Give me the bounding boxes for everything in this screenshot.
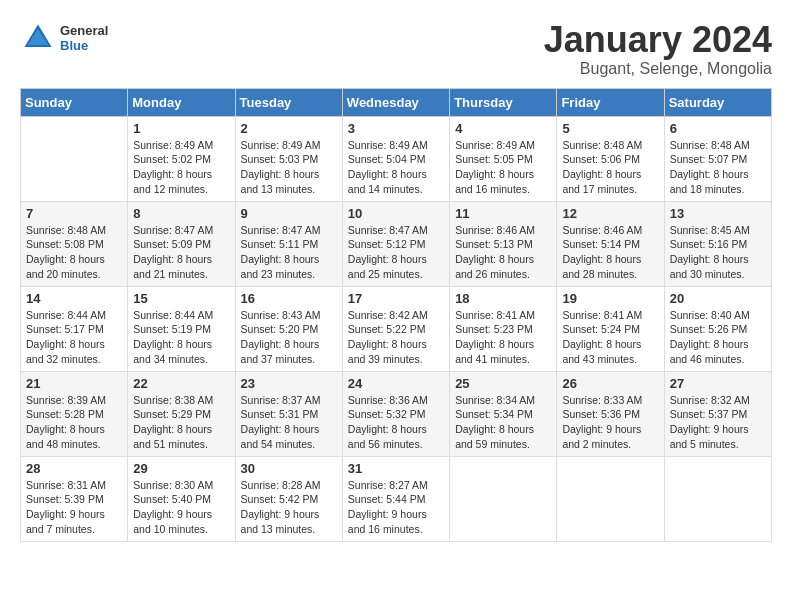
calendar-cell: 8Sunrise: 8:47 AMSunset: 5:09 PMDaylight… xyxy=(128,201,235,286)
day-info: Sunrise: 8:32 AMSunset: 5:37 PMDaylight:… xyxy=(670,393,766,452)
calendar-cell: 23Sunrise: 8:37 AMSunset: 5:31 PMDayligh… xyxy=(235,371,342,456)
day-number: 17 xyxy=(348,291,444,306)
day-number: 12 xyxy=(562,206,658,221)
day-info: Sunrise: 8:34 AMSunset: 5:34 PMDaylight:… xyxy=(455,393,551,452)
day-info: Sunrise: 8:44 AMSunset: 5:17 PMDaylight:… xyxy=(26,308,122,367)
day-info: Sunrise: 8:49 AMSunset: 5:05 PMDaylight:… xyxy=(455,138,551,197)
calendar-week-3: 14Sunrise: 8:44 AMSunset: 5:17 PMDayligh… xyxy=(21,286,772,371)
day-info: Sunrise: 8:27 AMSunset: 5:44 PMDaylight:… xyxy=(348,478,444,537)
calendar-cell xyxy=(664,456,771,541)
calendar-cell: 24Sunrise: 8:36 AMSunset: 5:32 PMDayligh… xyxy=(342,371,449,456)
calendar-cell: 11Sunrise: 8:46 AMSunset: 5:13 PMDayligh… xyxy=(450,201,557,286)
day-info: Sunrise: 8:39 AMSunset: 5:28 PMDaylight:… xyxy=(26,393,122,452)
header-day-tuesday: Tuesday xyxy=(235,88,342,116)
day-number: 14 xyxy=(26,291,122,306)
calendar-cell: 14Sunrise: 8:44 AMSunset: 5:17 PMDayligh… xyxy=(21,286,128,371)
calendar-cell: 31Sunrise: 8:27 AMSunset: 5:44 PMDayligh… xyxy=(342,456,449,541)
calendar-cell: 13Sunrise: 8:45 AMSunset: 5:16 PMDayligh… xyxy=(664,201,771,286)
calendar-week-2: 7Sunrise: 8:48 AMSunset: 5:08 PMDaylight… xyxy=(21,201,772,286)
header-day-monday: Monday xyxy=(128,88,235,116)
calendar-cell: 3Sunrise: 8:49 AMSunset: 5:04 PMDaylight… xyxy=(342,116,449,201)
day-number: 4 xyxy=(455,121,551,136)
header-day-sunday: Sunday xyxy=(21,88,128,116)
day-info: Sunrise: 8:38 AMSunset: 5:29 PMDaylight:… xyxy=(133,393,229,452)
day-info: Sunrise: 8:49 AMSunset: 5:04 PMDaylight:… xyxy=(348,138,444,197)
calendar-week-1: 1Sunrise: 8:49 AMSunset: 5:02 PMDaylight… xyxy=(21,116,772,201)
logo-general-text: General xyxy=(60,23,108,38)
month-title: January 2024 xyxy=(544,20,772,60)
day-info: Sunrise: 8:30 AMSunset: 5:40 PMDaylight:… xyxy=(133,478,229,537)
calendar-week-5: 28Sunrise: 8:31 AMSunset: 5:39 PMDayligh… xyxy=(21,456,772,541)
day-number: 8 xyxy=(133,206,229,221)
day-number: 13 xyxy=(670,206,766,221)
day-info: Sunrise: 8:46 AMSunset: 5:13 PMDaylight:… xyxy=(455,223,551,282)
day-number: 11 xyxy=(455,206,551,221)
header-day-wednesday: Wednesday xyxy=(342,88,449,116)
calendar-cell: 2Sunrise: 8:49 AMSunset: 5:03 PMDaylight… xyxy=(235,116,342,201)
location-subtitle: Bugant, Selenge, Mongolia xyxy=(544,60,772,78)
day-number: 29 xyxy=(133,461,229,476)
calendar-cell: 26Sunrise: 8:33 AMSunset: 5:36 PMDayligh… xyxy=(557,371,664,456)
day-info: Sunrise: 8:47 AMSunset: 5:11 PMDaylight:… xyxy=(241,223,337,282)
calendar-cell: 19Sunrise: 8:41 AMSunset: 5:24 PMDayligh… xyxy=(557,286,664,371)
day-number: 6 xyxy=(670,121,766,136)
calendar-table: SundayMondayTuesdayWednesdayThursdayFrid… xyxy=(20,88,772,542)
day-number: 22 xyxy=(133,376,229,391)
calendar-cell: 18Sunrise: 8:41 AMSunset: 5:23 PMDayligh… xyxy=(450,286,557,371)
day-info: Sunrise: 8:37 AMSunset: 5:31 PMDaylight:… xyxy=(241,393,337,452)
day-number: 2 xyxy=(241,121,337,136)
day-info: Sunrise: 8:40 AMSunset: 5:26 PMDaylight:… xyxy=(670,308,766,367)
day-info: Sunrise: 8:49 AMSunset: 5:02 PMDaylight:… xyxy=(133,138,229,197)
calendar-cell: 1Sunrise: 8:49 AMSunset: 5:02 PMDaylight… xyxy=(128,116,235,201)
day-number: 9 xyxy=(241,206,337,221)
day-number: 27 xyxy=(670,376,766,391)
calendar-cell: 6Sunrise: 8:48 AMSunset: 5:07 PMDaylight… xyxy=(664,116,771,201)
day-number: 25 xyxy=(455,376,551,391)
logo-blue-text: Blue xyxy=(60,38,108,53)
day-info: Sunrise: 8:43 AMSunset: 5:20 PMDaylight:… xyxy=(241,308,337,367)
calendar-week-4: 21Sunrise: 8:39 AMSunset: 5:28 PMDayligh… xyxy=(21,371,772,456)
header-day-saturday: Saturday xyxy=(664,88,771,116)
calendar-cell: 10Sunrise: 8:47 AMSunset: 5:12 PMDayligh… xyxy=(342,201,449,286)
day-info: Sunrise: 8:36 AMSunset: 5:32 PMDaylight:… xyxy=(348,393,444,452)
day-number: 5 xyxy=(562,121,658,136)
page-header: General Blue January 2024 Bugant, Seleng… xyxy=(20,20,772,78)
calendar-cell: 22Sunrise: 8:38 AMSunset: 5:29 PMDayligh… xyxy=(128,371,235,456)
title-block: January 2024 Bugant, Selenge, Mongolia xyxy=(544,20,772,78)
day-number: 3 xyxy=(348,121,444,136)
day-number: 31 xyxy=(348,461,444,476)
day-number: 16 xyxy=(241,291,337,306)
day-number: 28 xyxy=(26,461,122,476)
day-info: Sunrise: 8:44 AMSunset: 5:19 PMDaylight:… xyxy=(133,308,229,367)
calendar-cell: 20Sunrise: 8:40 AMSunset: 5:26 PMDayligh… xyxy=(664,286,771,371)
calendar-cell: 27Sunrise: 8:32 AMSunset: 5:37 PMDayligh… xyxy=(664,371,771,456)
calendar-cell: 30Sunrise: 8:28 AMSunset: 5:42 PMDayligh… xyxy=(235,456,342,541)
calendar-cell: 5Sunrise: 8:48 AMSunset: 5:06 PMDaylight… xyxy=(557,116,664,201)
day-number: 30 xyxy=(241,461,337,476)
day-info: Sunrise: 8:42 AMSunset: 5:22 PMDaylight:… xyxy=(348,308,444,367)
calendar-cell: 17Sunrise: 8:42 AMSunset: 5:22 PMDayligh… xyxy=(342,286,449,371)
calendar-cell: 7Sunrise: 8:48 AMSunset: 5:08 PMDaylight… xyxy=(21,201,128,286)
calendar-cell: 25Sunrise: 8:34 AMSunset: 5:34 PMDayligh… xyxy=(450,371,557,456)
header-day-friday: Friday xyxy=(557,88,664,116)
day-number: 1 xyxy=(133,121,229,136)
day-number: 7 xyxy=(26,206,122,221)
day-info: Sunrise: 8:31 AMSunset: 5:39 PMDaylight:… xyxy=(26,478,122,537)
calendar-cell: 4Sunrise: 8:49 AMSunset: 5:05 PMDaylight… xyxy=(450,116,557,201)
logo-text: General Blue xyxy=(60,23,108,53)
day-number: 20 xyxy=(670,291,766,306)
day-info: Sunrise: 8:45 AMSunset: 5:16 PMDaylight:… xyxy=(670,223,766,282)
day-info: Sunrise: 8:41 AMSunset: 5:24 PMDaylight:… xyxy=(562,308,658,367)
day-info: Sunrise: 8:41 AMSunset: 5:23 PMDaylight:… xyxy=(455,308,551,367)
calendar-cell xyxy=(21,116,128,201)
logo: General Blue xyxy=(20,20,108,56)
calendar-cell: 12Sunrise: 8:46 AMSunset: 5:14 PMDayligh… xyxy=(557,201,664,286)
day-info: Sunrise: 8:47 AMSunset: 5:12 PMDaylight:… xyxy=(348,223,444,282)
day-info: Sunrise: 8:48 AMSunset: 5:07 PMDaylight:… xyxy=(670,138,766,197)
day-info: Sunrise: 8:28 AMSunset: 5:42 PMDaylight:… xyxy=(241,478,337,537)
day-info: Sunrise: 8:47 AMSunset: 5:09 PMDaylight:… xyxy=(133,223,229,282)
calendar-cell: 29Sunrise: 8:30 AMSunset: 5:40 PMDayligh… xyxy=(128,456,235,541)
day-info: Sunrise: 8:46 AMSunset: 5:14 PMDaylight:… xyxy=(562,223,658,282)
day-number: 15 xyxy=(133,291,229,306)
day-number: 24 xyxy=(348,376,444,391)
